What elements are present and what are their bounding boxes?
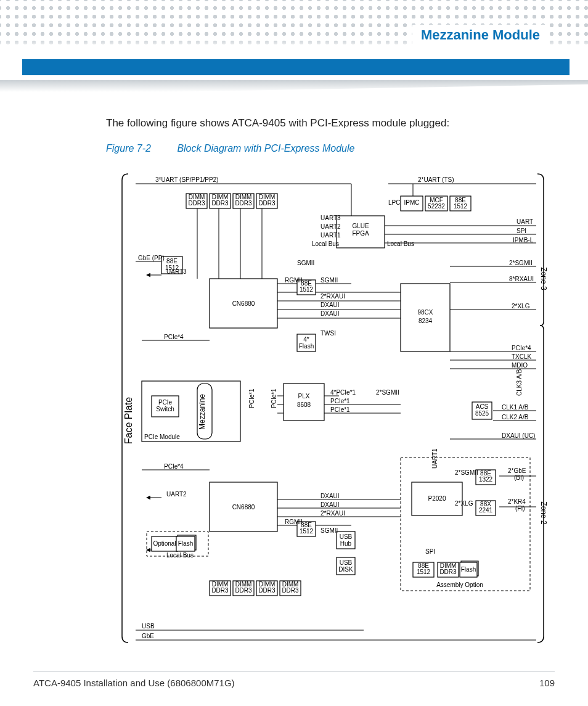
svg-text:GbE (PP): GbE (PP) [138,255,165,261]
svg-text:2*RXAUI: 2*RXAUI [321,293,345,300]
block-pcie-switch: PCIe [158,399,173,406]
svg-text:Local Bus: Local Bus [166,552,194,559]
block-ipmc: IPMC [404,199,420,206]
svg-text:UART2: UART2 [321,223,341,230]
svg-text:UART: UART [517,218,533,225]
svg-text:8608: 8608 [297,401,311,408]
svg-text:3*UART (SP/PP1/PP2): 3*UART (SP/PP1/PP2) [155,176,218,183]
section-title: Mezzanine Module [412,25,549,46]
header-grey-wedge [0,80,588,95]
svg-text:DISK: DISK [338,566,353,573]
svg-text:52232: 52232 [428,203,445,210]
svg-text:DDR3: DDR3 [188,200,205,207]
svg-text:8*RXAUI: 8*RXAUI [509,276,534,282]
svg-text:(FI): (FI) [515,505,525,512]
block-98cx: 98CX [417,309,433,316]
assembly-option-label: Assembly Option [436,581,483,588]
svg-text:2*SGMII: 2*SGMII [509,260,533,266]
block-diagram: Face Plate Zone 3 Zone 2 [117,162,549,655]
svg-text:RGMII: RGMII [285,519,303,525]
svg-text:Flash: Flash [299,343,314,350]
svg-text:Hub: Hub [340,540,352,547]
svg-text:CLK3 A/B: CLK3 A/B [516,369,523,396]
svg-text:(BI): (BI) [514,474,524,481]
svg-text:IPMB-L: IPMB-L [513,237,534,244]
svg-text:USB: USB [340,559,353,566]
block-cn6880-bot: CN6880 [232,504,255,511]
svg-text:DXAUI: DXAUI [321,493,340,499]
svg-text:SGMII: SGMII [321,277,338,284]
svg-text:PCIe*1: PCIe*1 [330,398,350,404]
face-plate-label: Face Plate [123,397,134,445]
footer-page: 109 [539,678,555,688]
block-p2020: P2020 [428,495,446,502]
svg-text:DDR3: DDR3 [258,587,276,594]
svg-text:PCIe*4: PCIe*4 [164,334,184,340]
svg-text:Local Bus: Local Bus [387,240,414,247]
svg-text:UART2: UART2 [166,491,187,498]
svg-text:Local Bus: Local Bus [312,240,339,247]
svg-text:PCIe*1: PCIe*1 [330,406,350,413]
svg-text:TXCLK: TXCLK [512,353,532,360]
svg-text:MDIO: MDIO [512,362,528,369]
svg-text:DDR3: DDR3 [235,200,252,207]
svg-text:1512: 1512 [300,286,314,293]
svg-text:PCIe*4: PCIe*4 [512,345,531,351]
svg-text:SPI: SPI [425,548,435,555]
svg-text:DDR3: DDR3 [282,587,299,594]
svg-text:TWSI: TWSI [321,330,336,337]
figure-number: Figure 7-2 [106,143,151,154]
svg-text:ACS: ACS [476,403,489,410]
svg-text:2*RXAUI: 2*RXAUI [321,510,345,517]
svg-text:Flash: Flash [178,540,193,547]
svg-text:CLK1 A/B: CLK1 A/B [502,404,529,411]
svg-text:2*GbE: 2*GbE [508,467,526,474]
svg-text:2241: 2241 [479,507,493,514]
svg-text:DXAUI: DXAUI [321,310,340,317]
svg-text:8525: 8525 [475,410,489,417]
svg-text:UART3: UART3 [166,268,187,275]
pcie-module-label: PCIe Module [144,433,180,440]
svg-text:2*KR4: 2*KR4 [508,498,526,505]
svg-text:DDR3: DDR3 [211,200,229,207]
svg-text:DXAUI (UC): DXAUI (UC) [502,432,535,439]
svg-text:SGMII: SGMII [297,260,314,266]
svg-text:2*XLG: 2*XLG [512,303,530,310]
svg-text:USB: USB [340,533,353,540]
svg-text:SPI: SPI [517,228,526,234]
svg-text:88E: 88E [166,258,178,265]
svg-text:8234: 8234 [419,318,433,324]
svg-text:1512: 1512 [417,568,431,575]
svg-text:SGMII: SGMII [321,527,338,534]
svg-text:4*: 4* [303,336,309,343]
figure-caption: Figure 7-2 Block Diagram with PCI-Expres… [106,143,354,154]
svg-text:USB: USB [142,623,155,630]
header-blue-bar [22,59,570,75]
svg-text:1322: 1322 [479,476,493,483]
svg-text:Optional: Optional [153,540,176,547]
zone3-label: Zone 3 [539,267,548,290]
svg-text:4*PCIe*1: 4*PCIe*1 [330,389,356,396]
mezzanine-label: Mezzanine [198,394,206,430]
svg-text:FPGA: FPGA [352,230,369,237]
svg-text:1512: 1512 [300,528,314,535]
svg-text:UART3: UART3 [321,215,341,221]
svg-text:UART1: UART1 [321,232,341,239]
svg-text:UART1: UART1 [431,448,438,469]
svg-text:2*SGMII: 2*SGMII [376,389,399,396]
svg-text:DDR3: DDR3 [235,587,252,594]
svg-text:1512: 1512 [454,203,468,210]
zone2-label: Zone 2 [539,501,548,525]
svg-text:2*XLG: 2*XLG [455,500,473,507]
figure-title: Block Diagram with PCI-Express Module [177,143,354,154]
svg-text:LPC: LPC [388,199,400,206]
svg-text:Flash: Flash [461,566,476,573]
svg-text:DDR3: DDR3 [439,568,457,575]
block-plx: PLX [298,393,310,400]
svg-text:PCIe*4: PCIe*4 [164,463,184,470]
svg-text:Switch: Switch [156,406,174,413]
svg-text:DDR3: DDR3 [258,200,276,207]
intro-text: The following figure shows ATCA-9405 wit… [106,117,449,129]
svg-text:DXAUI: DXAUI [321,501,340,508]
svg-text:CLK2 A/B: CLK2 A/B [502,414,529,421]
